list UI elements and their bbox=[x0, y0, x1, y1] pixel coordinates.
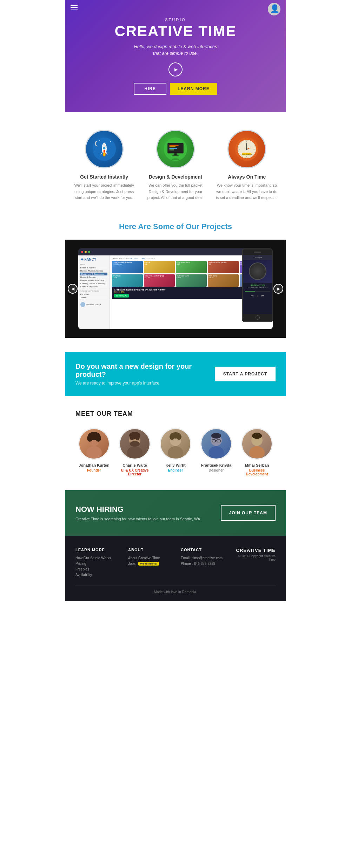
phone-speaker bbox=[254, 252, 261, 253]
phone-home-button[interactable] bbox=[256, 315, 260, 320]
svg-point-7 bbox=[96, 141, 101, 146]
hero-buttons: HIRE LEARN MORE bbox=[114, 83, 236, 95]
footer-link-2-0[interactable]: Email : time@creative.com bbox=[181, 556, 223, 560]
product-cell-7[interactable]: Go to Print A Marketing App$13.99 bbox=[144, 274, 175, 287]
screen-sidebar: ❖ FANCY MAIN Books & Audible Movies, Mus… bbox=[78, 255, 110, 329]
svg-point-42 bbox=[95, 435, 101, 442]
sidebar-item-6[interactable]: Clothing, Shoes & Jewelry bbox=[80, 282, 107, 285]
feature-title-0: Get Started Instantly bbox=[73, 174, 136, 180]
features-section: Get Started Instantly We'll start your p… bbox=[65, 112, 286, 215]
sidebar-facebook[interactable]: Facebook bbox=[80, 293, 107, 296]
footer-link-jobs[interactable]: Jobs bbox=[128, 562, 135, 566]
footer-link-0-1[interactable]: Pricing bbox=[75, 562, 118, 566]
svg-point-14 bbox=[103, 153, 105, 156]
carousel-prev-button[interactable]: ◀ bbox=[68, 284, 78, 294]
svg-point-62 bbox=[252, 433, 262, 439]
sidebar-label-social: SOCIAL NETWORKS bbox=[80, 290, 107, 292]
sidebar-item-2[interactable]: Movies, Music & Games bbox=[80, 269, 107, 273]
footer-section: LEARN MORE How Our Studio Works Pricing … bbox=[65, 536, 286, 601]
team-member-0: Jonathan Kurten Founder bbox=[75, 428, 113, 476]
sidebar-item-1[interactable]: Books & Audible bbox=[80, 266, 107, 269]
footer-content: LEARN MORE How Our Studio Works Pricing … bbox=[75, 548, 276, 579]
hiring-text: NOW HIRING Creative Time is searching fo… bbox=[75, 505, 200, 521]
product-cell-4[interactable]: Sound Bluetooth Speaker$89 bbox=[208, 261, 239, 273]
svg-point-4 bbox=[95, 149, 95, 149]
svg-point-61 bbox=[249, 446, 265, 458]
rocket-icon bbox=[85, 130, 124, 168]
product-cell-8[interactable]: True Razer Guide$10/m bbox=[176, 274, 207, 287]
sidebar-item-4[interactable]: Home & Garden bbox=[80, 276, 107, 279]
phone-app-header: ♪ Musique bbox=[243, 255, 272, 260]
svg-point-48 bbox=[135, 435, 140, 440]
feature-item-rocket: Get Started Instantly We'll start your p… bbox=[73, 130, 136, 201]
user-avatar[interactable] bbox=[268, 3, 280, 15]
member-name-1: Charlie Waite bbox=[116, 463, 153, 467]
svg-point-25 bbox=[172, 158, 179, 160]
carousel-next-button[interactable]: ▶ bbox=[273, 284, 283, 294]
svg-text:YOUR LOCATION: YOUR LOCATION bbox=[242, 154, 252, 155]
play-button[interactable] bbox=[168, 62, 183, 76]
start-project-button[interactable]: START A PROJECT bbox=[215, 367, 276, 381]
product-cell-3[interactable]: Ear Contour Watch$280 bbox=[176, 261, 207, 273]
hero-title: CREATIVE TIME bbox=[114, 23, 236, 39]
footer-link-0-2[interactable]: Freebies bbox=[75, 567, 118, 571]
svg-point-50 bbox=[168, 446, 183, 458]
learn-more-button[interactable]: LEARN MORE bbox=[170, 83, 217, 95]
cta-section: Do you want a new design for your produc… bbox=[65, 352, 286, 396]
feature-title-2: Always On Time bbox=[215, 174, 278, 180]
footer-link-1-0[interactable]: About Creative Time bbox=[128, 556, 170, 560]
footer-link-0-0[interactable]: How Our Studio Works bbox=[75, 556, 118, 560]
phone-artist: BY IMAGINE DRAGONS bbox=[244, 286, 271, 288]
hero-subtitle: Hello, we design mobile & web interfaces… bbox=[114, 43, 236, 57]
sidebar-item-5[interactable]: Beauty, Health & Grocery bbox=[80, 279, 107, 282]
product-cell-9[interactable]: Pro Guitar 3$14.99 bbox=[208, 274, 239, 287]
jobs-badge: We're hiring! bbox=[138, 562, 159, 566]
member-avatar-0 bbox=[78, 428, 110, 460]
svg-rect-20 bbox=[169, 146, 176, 147]
product-cell-1[interactable]: Cloud Sprinting NotebookFREE Promo bbox=[112, 261, 143, 273]
clock-icon: YOUR LOCATION bbox=[227, 130, 266, 168]
phone-album-art-container bbox=[243, 260, 272, 283]
svg-point-39 bbox=[86, 446, 102, 458]
svg-point-35 bbox=[246, 148, 247, 150]
sidebar-item-7[interactable]: Sports & Outdoors bbox=[80, 285, 107, 288]
prev-track-button[interactable]: ⏮ bbox=[251, 294, 254, 298]
product-cell-2[interactable]: LUXOR$49 bbox=[144, 261, 175, 273]
sidebar-twitter[interactable]: Twitter bbox=[80, 296, 107, 299]
member-role-3: Designer bbox=[198, 468, 235, 472]
member-name-4: Mihai Serban bbox=[238, 463, 276, 467]
product-cell-6[interactable]: BTC Wallet$19/m bbox=[112, 274, 143, 287]
hire-button[interactable]: HIRE bbox=[134, 83, 166, 95]
join-our-team-button[interactable]: JOIN OUR TEAM bbox=[221, 505, 276, 521]
pause-button[interactable]: ⏸ bbox=[256, 294, 259, 298]
phone-bottom bbox=[243, 314, 272, 321]
team-members-list: Jonathan Kurten Founder Charlie Waite UI… bbox=[75, 428, 276, 476]
footer-link-0-3[interactable]: Availability bbox=[75, 573, 118, 577]
dot-minimize bbox=[85, 251, 87, 253]
buy-button[interactable]: BUY IT NOW bbox=[114, 294, 129, 298]
phone-overlay: ♪ Musique RADIOACTIVE BY IMAGINE DRAGONS bbox=[242, 248, 273, 322]
footer-col-contact: CONTACT Email : time@creative.com Phone … bbox=[181, 548, 223, 579]
svg-point-3 bbox=[110, 141, 111, 142]
projects-carousel: ◀ ❖ FANCY MAIN Books & Audible Movies, M… bbox=[65, 240, 286, 338]
feature-title-1: Design & Development bbox=[144, 174, 207, 180]
svg-rect-21 bbox=[169, 148, 177, 149]
cta-heading: Do you want a new design for your produc… bbox=[75, 362, 208, 379]
feature-item-time: YOUR LOCATION Always On Time We know you… bbox=[215, 130, 278, 201]
svg-point-55 bbox=[208, 446, 224, 458]
footer-link-2-1[interactable]: Phone : 646 336 3258 bbox=[181, 562, 223, 566]
feature-item-design: Design & Development We can offer you th… bbox=[144, 130, 207, 201]
footer-col-learn-more: LEARN MORE How Our Studio Works Pricing … bbox=[75, 548, 118, 579]
member-role-2: Engineer bbox=[157, 468, 194, 472]
member-avatar-3 bbox=[200, 428, 232, 460]
next-track-button[interactable]: ⏭ bbox=[261, 294, 264, 298]
footer-made-with: Made with love in Romania. bbox=[154, 590, 197, 594]
sidebar-item-3[interactable]: Electronics & Computers bbox=[80, 273, 107, 276]
svg-point-44 bbox=[127, 446, 143, 458]
team-member-4: Mihai Serban Business Development bbox=[238, 428, 276, 476]
team-member-1: Charlie Waite UI & UX Creative Director bbox=[116, 428, 153, 476]
footer-brand-col: CREATIVE TIME © 2014 Copyright Creative … bbox=[233, 548, 276, 579]
hamburger-menu[interactable] bbox=[71, 4, 78, 11]
hero-content: STUDIO CREATIVE TIME Hello, we design mo… bbox=[114, 18, 236, 94]
hiring-desc: Creative Time is searching for new talen… bbox=[75, 517, 200, 521]
